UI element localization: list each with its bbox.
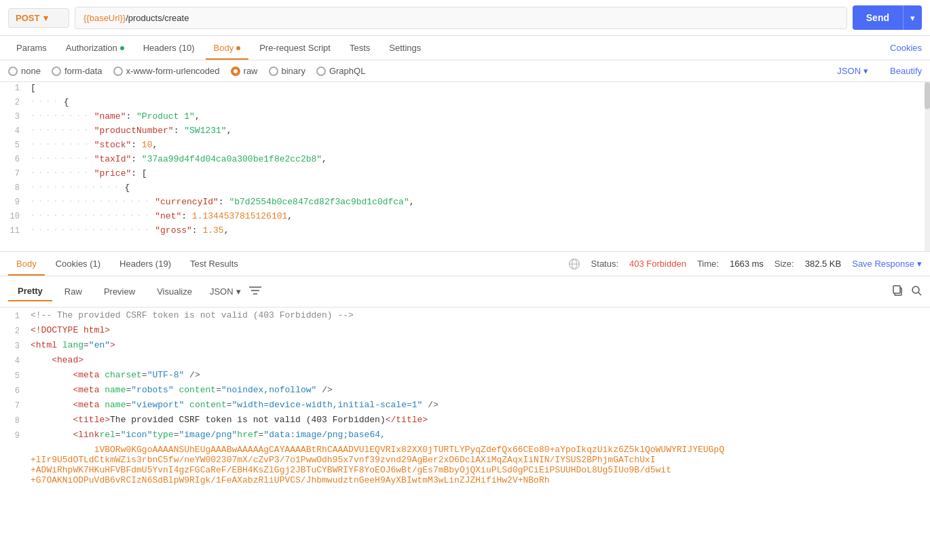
response-tab-headers-label: Headers (19): [119, 259, 171, 269]
response-line-7: 7 <meta name="viewport" content="width=d…: [0, 400, 930, 415]
send-button[interactable]: Send: [853, 5, 903, 30]
json-type-selector[interactable]: JSON ▾: [837, 66, 868, 76]
radio-raw-circle: [231, 67, 240, 76]
editor-line-8: 8 · · · · · · · · · · · · {: [0, 182, 930, 196]
tab-tests[interactable]: Tests: [341, 36, 378, 60]
response-line-4: 4 <head>: [0, 355, 930, 370]
editor-line-2: 2 · · · · {: [0, 96, 930, 111]
response-tab-body-label: Body: [16, 259, 37, 269]
response-tab-cookies[interactable]: Cookies (1): [48, 252, 109, 276]
status-label: Status:: [591, 259, 618, 269]
copy-icon[interactable]: [892, 285, 903, 299]
editor-line-1: 1 [: [0, 82, 930, 96]
radio-binary-label: binary: [282, 66, 305, 76]
tab-params[interactable]: Params: [8, 36, 55, 60]
tab-body[interactable]: Body: [206, 36, 249, 60]
editor-line-6: 6 · · · · · · · · "taxId": "37aa99d4f4d0…: [0, 153, 930, 168]
response-line-2: 2 <!DOCTYPE html>: [0, 325, 930, 340]
radio-urlencoded[interactable]: x-www-form-urlencoded: [113, 66, 220, 76]
radio-graphql[interactable]: GraphQL: [316, 66, 365, 76]
cookies-link[interactable]: Cookies: [890, 43, 922, 53]
view-tab-pretty[interactable]: Pretty: [8, 282, 52, 301]
url-bar[interactable]: {{baseUrl}}/products/create: [75, 7, 847, 29]
editor-line-11: 11 · · · · · · · · · · · · · · · · "gros…: [0, 225, 930, 239]
response-json-selector[interactable]: JSON ▾: [210, 286, 241, 297]
base-url: {{baseUrl}}: [83, 13, 126, 23]
radio-none-label: none: [21, 66, 41, 76]
response-tab-headers[interactable]: Headers (19): [111, 252, 179, 276]
tab-prerequest[interactable]: Pre-request Script: [251, 36, 339, 60]
editor-scroll-thumb: [925, 82, 930, 109]
json-type-label: JSON: [837, 66, 861, 76]
response-line-6: 6 <meta name="robots" content="noindex,n…: [0, 385, 930, 400]
response-view-row: Pretty Raw Preview Visualize JSON ▾: [0, 276, 930, 307]
response-content: 1 <!-- The provided CSRF token is not va…: [0, 307, 930, 548]
method-label: POST: [16, 13, 39, 23]
radio-form-data[interactable]: form-data: [52, 66, 103, 76]
tab-prerequest-label: Pre-request Script: [259, 43, 331, 53]
globe-icon: [568, 258, 580, 270]
tab-headers[interactable]: Headers (10): [135, 36, 203, 60]
method-selector[interactable]: POST ▾: [8, 8, 69, 28]
tab-authorization-label: Authorization: [66, 43, 117, 53]
radio-urlencoded-label: x-www-form-urlencoded: [126, 66, 220, 76]
response-json-chevron-icon: ▾: [236, 286, 241, 297]
tab-headers-label: Headers (10): [143, 43, 195, 53]
body-dot: [236, 46, 240, 50]
response-line-8: 8 <title>The provided CSRF token is not …: [0, 415, 930, 430]
response-tab-test-results-label: Test Results: [190, 259, 238, 269]
search-icon[interactable]: [911, 285, 922, 299]
filter-icon[interactable]: [249, 286, 261, 298]
editor-scrollbar[interactable]: [925, 82, 930, 251]
top-bar: POST ▾ {{baseUrl}}/products/create Send …: [0, 0, 930, 36]
send-dropdown-chevron-icon: ▾: [910, 13, 915, 23]
view-tab-preview-label: Preview: [104, 286, 135, 297]
view-tab-visualize[interactable]: Visualize: [147, 282, 202, 301]
time-value: 1663 ms: [730, 259, 764, 269]
response-tab-cookies-label: Cookies (1): [56, 259, 100, 269]
save-response-button[interactable]: Save Response ▾: [852, 259, 922, 269]
svg-line-9: [918, 293, 921, 295]
save-response-chevron-icon: ▾: [917, 259, 922, 269]
view-tab-raw[interactable]: Raw: [55, 282, 92, 301]
editor-line-9: 9 · · · · · · · · · · · · · · · · "curre…: [0, 196, 930, 210]
request-tabs: Params Authorization Headers (10) Body P…: [0, 36, 930, 60]
send-dropdown-button[interactable]: ▾: [903, 5, 922, 30]
response-json-label: JSON: [210, 286, 234, 297]
radio-none[interactable]: none: [8, 66, 41, 76]
response-status: Status: 403 Forbidden Time: 1663 ms Size…: [568, 258, 922, 270]
radio-raw[interactable]: raw: [231, 66, 258, 76]
response-tab-body[interactable]: Body: [8, 252, 45, 276]
method-chevron-icon: ▾: [43, 13, 48, 23]
radio-none-circle: [8, 67, 18, 76]
view-tab-preview[interactable]: Preview: [94, 282, 145, 301]
tab-authorization[interactable]: Authorization: [58, 36, 132, 60]
radio-binary[interactable]: binary: [269, 66, 305, 76]
save-response-label: Save Response: [852, 259, 914, 269]
radio-form-data-label: form-data: [64, 66, 103, 76]
response-tab-test-results[interactable]: Test Results: [182, 252, 246, 276]
beautify-button[interactable]: Beautify: [890, 66, 922, 76]
editor-line-5: 5 · · · · · · · · "stock": 10,: [0, 139, 930, 153]
response-line-9: 9 <link rel="icon" type="image/png" href…: [0, 430, 930, 445]
editor-line-3: 3 · · · · · · · · "name": "Product 1",: [0, 111, 930, 125]
svg-rect-7: [893, 286, 900, 293]
tab-settings[interactable]: Settings: [381, 36, 429, 60]
response-line-1: 1 <!-- The provided CSRF token is not va…: [0, 310, 930, 325]
response-line-5: 5 <meta charset="UTF-8" />: [0, 370, 930, 385]
svg-point-8: [912, 286, 919, 293]
tab-params-label: Params: [16, 43, 47, 53]
view-tab-visualize-label: Visualize: [157, 286, 192, 297]
radio-graphql-label: GraphQL: [329, 66, 365, 76]
radio-raw-label: raw: [244, 66, 258, 76]
size-value: 382.5 KB: [805, 259, 842, 269]
send-group: Send ▾: [853, 5, 922, 30]
json-type-chevron-icon: ▾: [863, 66, 868, 76]
tab-settings-label: Settings: [389, 43, 421, 53]
radio-binary-circle: [269, 67, 278, 76]
code-editor[interactable]: 1 [ 2 · · · · { 3 · · · · · · · · "name"…: [0, 82, 930, 252]
status-value: 403 Forbidden: [629, 259, 686, 269]
body-type-row: none form-data x-www-form-urlencoded raw…: [0, 60, 930, 82]
view-tab-pretty-label: Pretty: [18, 286, 43, 296]
editor-line-7: 7 · · · · · · · · "price": [: [0, 168, 930, 182]
